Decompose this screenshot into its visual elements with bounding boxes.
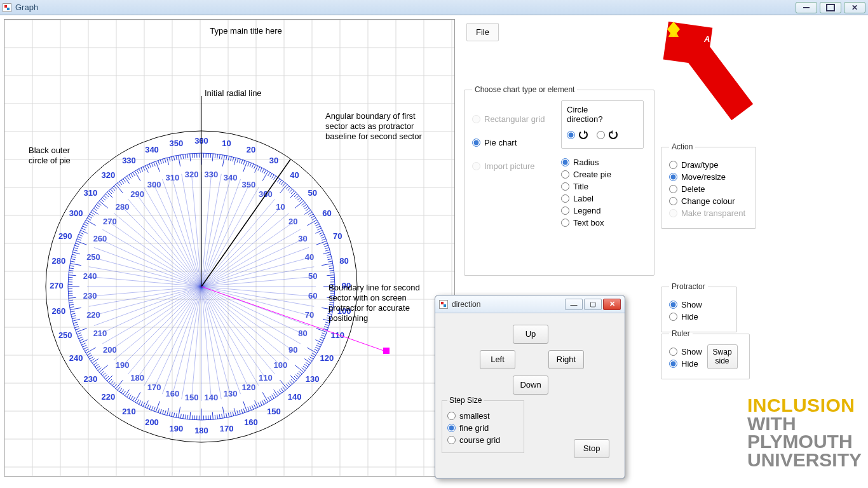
svg-line-367 [141,168,143,172]
radio-create-pie[interactable]: Create pie [561,170,644,179]
svg-line-119 [327,275,334,276]
svg-line-197 [239,410,240,414]
svg-line-207 [217,414,218,419]
svg-line-166 [297,373,301,376]
close-button[interactable]: ✕ [844,2,865,13]
radio-move-resize[interactable]: Move/resize [669,172,748,182]
radio-step-smallest[interactable]: smallest [447,411,519,421]
svg-line-102 [321,236,325,238]
svg-line-223 [180,414,181,419]
minimize-button[interactable] [796,2,817,13]
svg-line-375 [158,160,159,165]
file-menu[interactable]: File [466,23,499,41]
svg-line-220 [187,415,188,419]
direction-dialog[interactable]: direction — ▢ ✕ Up Left Right Down Stop … [435,295,625,479]
cw-icon [579,130,588,139]
svg-line-248 [127,393,130,397]
radio-make-transparent[interactable]: Make transparent [669,208,748,218]
svg-line-241 [141,402,143,405]
svg-marker-541 [668,27,679,37]
svg-line-44 [222,155,224,166]
svg-text:280: 280 [116,202,130,212]
protractor-legend: Protractor [669,282,708,291]
svg-text:120: 120 [320,353,334,363]
maximize-button[interactable] [820,2,841,13]
svg-marker-542 [667,22,680,37]
radio-rect-grid[interactable]: Rectangular grid [472,114,555,124]
step-size-group: Step Size smallest fine grid course grid [442,396,524,453]
svg-line-47 [231,156,232,161]
radio-label[interactable]: Label [561,194,644,203]
svg-line-283 [77,333,81,335]
radio-protractor-hide[interactable]: Hide [669,312,729,322]
stop-button[interactable]: Stop [574,439,609,458]
ccw-icon [609,130,618,139]
svg-line-328 [79,233,83,234]
svg-line-209 [212,412,213,419]
svg-line-320 [73,250,78,251]
svg-line-77 [289,189,292,192]
radio-textbox[interactable]: Text box [561,218,644,227]
svg-line-351 [111,189,114,192]
svg-line-113 [328,261,332,262]
svg-line-82 [297,197,301,200]
svg-line-107 [325,248,329,249]
svg-line-240 [143,402,145,406]
down-button[interactable]: Down [513,376,548,395]
label-angular-boundary: Angular boundary of first sector acts as… [325,111,422,141]
radio-radius[interactable]: Radius [561,158,644,167]
app-icon [3,3,11,12]
svg-line-56 [250,163,252,166]
svg-text:340: 340 [145,145,159,154]
radio-import-picture[interactable]: Import picture [472,161,555,171]
right-button[interactable]: Right [548,350,584,369]
svg-line-168 [294,376,297,379]
chart-title[interactable]: Type main title here [210,26,281,36]
radio-dir-ccw[interactable] [597,130,618,139]
up-button[interactable]: Up [513,325,548,344]
svg-line-415 [201,287,312,316]
radio-delete[interactable]: Delete [669,184,748,194]
radio-dir-cw[interactable] [567,130,588,139]
drag-handle[interactable] [383,348,390,354]
dialog-maximize-button[interactable]: ▢ [584,299,602,310]
chart-canvas[interactable]: Type main title here 0102030405060708090… [4,19,455,477]
svg-line-86 [303,205,307,207]
radio-legend[interactable]: Legend [561,206,644,215]
svg-line-252 [119,388,122,392]
svg-text:290: 290 [58,231,72,241]
svg-line-148 [319,339,323,341]
radio-change-colour[interactable]: Change colour [669,196,748,206]
svg-line-341 [95,207,98,209]
chart-svg: Type main title here 0102030405060708090… [4,20,455,477]
svg-line-373 [154,162,156,166]
svg-text:20: 20 [288,217,297,226]
dialog-minimize-button[interactable]: — [565,299,583,310]
radio-draw-type[interactable]: Draw/type [669,160,748,170]
radio-protractor-show[interactable]: Show [669,300,729,309]
swap-side-button[interactable]: Swap side [707,344,738,369]
radio-step-fine[interactable]: fine grid [447,423,519,433]
svg-line-427 [201,287,231,397]
svg-line-171 [289,381,292,384]
dialog-close-button[interactable]: ✕ [603,299,621,310]
radio-ruler-hide[interactable]: Hide [669,359,702,369]
svg-line-61 [260,168,262,172]
svg-line-276 [84,347,88,349]
svg-line-362 [131,173,133,177]
left-button[interactable]: Left [480,350,515,369]
svg-text:260: 260 [52,306,66,316]
svg-text:40: 40 [305,252,314,262]
svg-line-65 [268,172,271,176]
dialog-app-icon [439,300,448,309]
dialog-titlebar[interactable]: direction — ▢ ✕ [435,295,625,313]
svg-line-363 [133,172,135,176]
radio-ruler-show[interactable]: Show [669,347,702,356]
svg-line-225 [176,413,177,417]
svg-line-293 [71,311,75,312]
svg-line-463 [172,176,201,287]
svg-line-443 [98,287,201,335]
radio-pie-chart[interactable]: Pie chart [472,138,555,147]
radio-title[interactable]: Title [561,182,644,191]
radio-step-course[interactable]: course grid [447,435,519,445]
